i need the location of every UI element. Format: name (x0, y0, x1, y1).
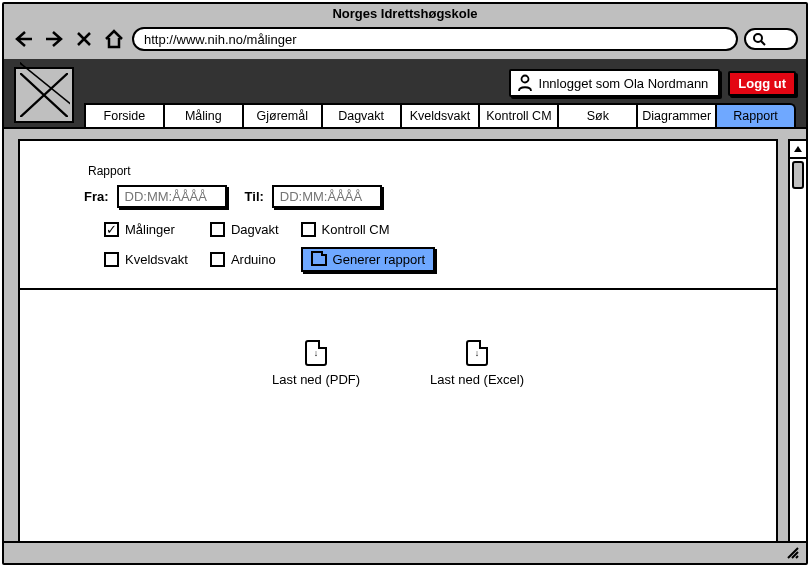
fieldset-legend: Rapport (84, 164, 135, 178)
app-header: Innlogget som Ola Nordmann Logg ut Forsi… (4, 59, 806, 129)
browser-window: Norges Idrettshøgskole http://www.nih.no… (2, 2, 808, 565)
stop-button[interactable] (72, 28, 96, 50)
to-date-input[interactable] (272, 185, 382, 208)
checkbox-icon (210, 252, 225, 267)
logout-button[interactable]: Logg ut (728, 71, 796, 96)
check-label: Dagvakt (231, 222, 279, 237)
logged-in-text: Innlogget som Ola Nordmann (539, 76, 709, 91)
tab-maling[interactable]: Måling (163, 103, 244, 127)
scrollbar[interactable] (788, 139, 806, 541)
download-pdf-label: Last ned (PDF) (272, 372, 360, 387)
generate-report-button[interactable]: Generer rapport (301, 247, 436, 272)
tab-forside[interactable]: Forside (84, 103, 165, 127)
checkbox-icon (301, 222, 316, 237)
url-bar[interactable]: http://www.nih.no/målinger (132, 27, 738, 51)
back-button[interactable] (12, 28, 36, 50)
tab-sok[interactable]: Søk (557, 103, 638, 127)
nav-tabs: Forside Måling Gjøremål Dagvakt Kveldsva… (84, 103, 796, 127)
check-kveldsvakt[interactable]: Kveldsvakt (104, 247, 188, 272)
svg-point-0 (754, 34, 762, 42)
check-kontroll-cm[interactable]: Kontroll CM (301, 222, 436, 237)
logo-placeholder (14, 67, 74, 123)
excel-file-icon: ↓ (466, 340, 488, 366)
tab-kveldsvakt[interactable]: Kveldsvakt (400, 103, 481, 127)
checkbox-icon (104, 222, 119, 237)
tab-dagvakt[interactable]: Dagvakt (321, 103, 402, 127)
home-button[interactable] (102, 28, 126, 50)
tab-gjoremal[interactable]: Gjøremål (242, 103, 323, 127)
user-badge: Innlogget som Ola Nordmann (509, 69, 721, 97)
user-icon (517, 74, 533, 92)
checkbox-icon (104, 252, 119, 267)
report-fieldset: Rapport Fra: Til: Målinger (80, 153, 716, 282)
generate-label: Generer rapport (333, 252, 426, 267)
scroll-up-button[interactable] (790, 141, 806, 159)
url-text: http://www.nih.no/målinger (144, 32, 296, 47)
tab-rapport[interactable]: Rapport (715, 103, 796, 127)
status-bar (4, 541, 806, 563)
tab-diagrammer[interactable]: Diagrammer (636, 103, 717, 127)
download-excel-label: Last ned (Excel) (430, 372, 524, 387)
report-page: Rapport Fra: Til: Målinger (18, 139, 778, 541)
divider (20, 288, 776, 290)
download-pdf-button[interactable]: ↓ Last ned (PDF) (272, 340, 360, 387)
browser-toolbar: http://www.nih.no/målinger (4, 23, 806, 59)
from-date-input[interactable] (117, 185, 227, 208)
check-label: Kontroll CM (322, 222, 390, 237)
check-arduino[interactable]: Arduino (210, 247, 279, 272)
download-excel-button[interactable]: ↓ Last ned (Excel) (430, 340, 524, 387)
window-title: Norges Idrettshøgskole (4, 4, 806, 23)
check-label: Kveldsvakt (125, 252, 188, 267)
search-box[interactable] (744, 28, 798, 50)
scroll-thumb[interactable] (792, 161, 804, 189)
check-malinger[interactable]: Målinger (104, 222, 188, 237)
pdf-file-icon: ↓ (305, 340, 327, 366)
checkbox-icon (210, 222, 225, 237)
content-area: Rapport Fra: Til: Målinger (4, 129, 806, 541)
folder-icon (311, 254, 327, 266)
to-label: Til: (245, 189, 264, 204)
from-label: Fra: (84, 189, 109, 204)
check-dagvakt[interactable]: Dagvakt (210, 222, 279, 237)
forward-button[interactable] (42, 28, 66, 50)
check-label: Målinger (125, 222, 175, 237)
svg-point-1 (521, 76, 528, 83)
downloads-row: ↓ Last ned (PDF) ↓ Last ned (Excel) (80, 340, 716, 387)
tab-kontroll-cm[interactable]: Kontroll CM (478, 103, 559, 127)
resize-grip-icon[interactable] (786, 546, 800, 560)
check-label: Arduino (231, 252, 276, 267)
search-icon (752, 32, 766, 46)
